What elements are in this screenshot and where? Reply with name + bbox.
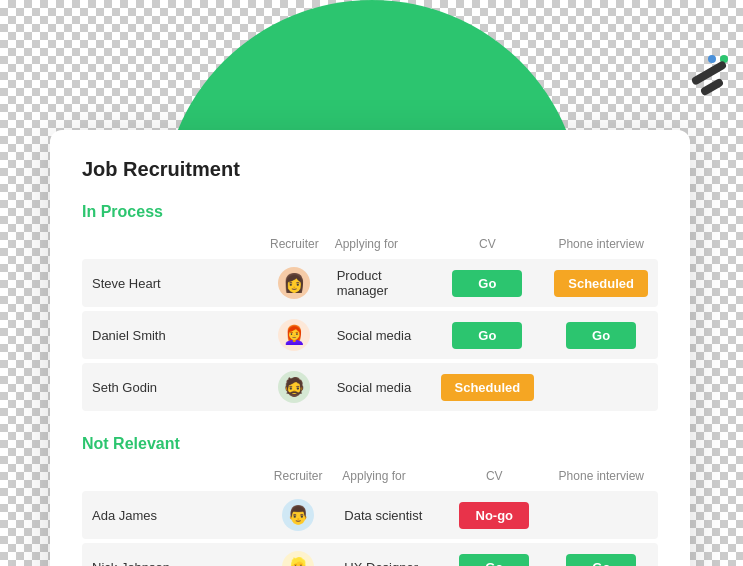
- avatar: 👱: [282, 551, 314, 566]
- candidate-name: Ada James: [82, 491, 262, 539]
- recruiter-avatar-cell: 👩: [262, 259, 327, 307]
- card-title: Job Recruitment: [82, 158, 658, 181]
- col-cv2: CV: [444, 465, 545, 491]
- col-cv: CV: [431, 233, 545, 259]
- avatar: 👨: [282, 499, 314, 531]
- applying-for: Social media: [327, 363, 431, 411]
- candidate-name: Nick Johnson: [82, 543, 262, 566]
- col-phone2: Phone interview: [545, 465, 658, 491]
- recruiter-avatar-cell: 👩‍🦰: [262, 311, 327, 359]
- phone-status: Go: [544, 311, 658, 359]
- in-process-table: Recruiter Applying for CV Phone intervie…: [82, 233, 658, 411]
- cv-status: Go: [431, 311, 545, 359]
- col-phone: Phone interview: [544, 233, 658, 259]
- deco-dot-blue: [708, 55, 716, 63]
- applying-for: UX Designer: [334, 543, 444, 566]
- applying-for: Product manager: [327, 259, 431, 307]
- recruitment-card: Job Recruitment In Process Recruiter App…: [50, 130, 690, 566]
- not-relevant-body: Ada James👨Data scientistNo-goNick Johnso…: [82, 491, 658, 566]
- phone-status: [545, 491, 658, 539]
- col-applying2: Applying for: [334, 465, 444, 491]
- table-row: Seth Godin🧔Social mediaScheduled: [82, 363, 658, 411]
- candidate-name: Steve Heart: [82, 259, 262, 307]
- col-recruiter: Recruiter: [262, 233, 327, 259]
- cv-status: Scheduled: [431, 363, 545, 411]
- recruiter-avatar-cell: 🧔: [262, 363, 327, 411]
- candidate-name: Daniel Smith: [82, 311, 262, 359]
- phone-status: Go: [545, 543, 658, 566]
- col-applying: Applying for: [327, 233, 431, 259]
- avatar: 🧔: [278, 371, 310, 403]
- avatar: 👩: [278, 267, 310, 299]
- section-not-relevant-label: Not Relevant: [82, 435, 658, 453]
- cv-badge: Scheduled: [441, 374, 535, 401]
- cv-status: No-go: [444, 491, 545, 539]
- phone-badge: Scheduled: [554, 270, 648, 297]
- table-row: Daniel Smith👩‍🦰Social mediaGoGo: [82, 311, 658, 359]
- cv-status: Go: [444, 543, 545, 566]
- col-name2: [82, 465, 262, 491]
- avatar: 👩‍🦰: [278, 319, 310, 351]
- phone-status: Scheduled: [544, 259, 658, 307]
- col-recruiter2: Recruiter: [262, 465, 334, 491]
- applying-for: Data scientist: [334, 491, 444, 539]
- recruiter-avatar-cell: 👨: [262, 491, 334, 539]
- candidate-name: Seth Godin: [82, 363, 262, 411]
- table-row: Ada James👨Data scientistNo-go: [82, 491, 658, 539]
- in-process-body: Steve Heart👩Product managerGoScheduledDa…: [82, 259, 658, 411]
- table-row: Nick Johnson👱UX DesignerGoGo: [82, 543, 658, 566]
- col-name: [82, 233, 262, 259]
- in-process-header: Recruiter Applying for CV Phone intervie…: [82, 233, 658, 259]
- not-relevant-header: Recruiter Applying for CV Phone intervie…: [82, 465, 658, 491]
- phone-badge: Go: [566, 554, 636, 567]
- cv-badge: Go: [459, 554, 529, 567]
- cv-status: Go: [431, 259, 545, 307]
- section-in-process-label: In Process: [82, 203, 658, 221]
- table-row: Steve Heart👩Product managerGoScheduled: [82, 259, 658, 307]
- phone-status: [544, 363, 658, 411]
- cv-badge: Go: [452, 322, 522, 349]
- cv-badge: Go: [452, 270, 522, 297]
- cv-badge: No-go: [459, 502, 529, 529]
- applying-for: Social media: [327, 311, 431, 359]
- recruiter-avatar-cell: 👱: [262, 543, 334, 566]
- phone-badge: Go: [566, 322, 636, 349]
- not-relevant-table: Recruiter Applying for CV Phone intervie…: [82, 465, 658, 566]
- decoration-top-right: [680, 55, 728, 91]
